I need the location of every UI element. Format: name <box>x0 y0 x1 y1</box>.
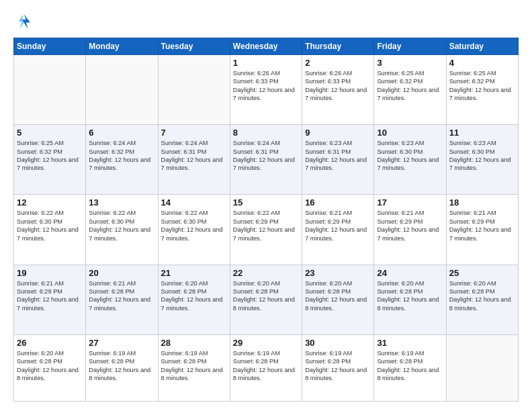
calendar-cell: 20Sunrise: 6:21 AM Sunset: 6:28 PM Dayli… <box>86 265 158 334</box>
day-number: 25 <box>449 268 515 278</box>
day-number: 22 <box>233 268 299 278</box>
day-detail: Sunrise: 6:19 AM Sunset: 6:28 PM Dayligh… <box>305 349 371 383</box>
calendar-cell: 23Sunrise: 6:20 AM Sunset: 6:28 PM Dayli… <box>302 265 374 334</box>
calendar-cell: 17Sunrise: 6:21 AM Sunset: 6:29 PM Dayli… <box>374 195 446 265</box>
day-detail: Sunrise: 6:24 AM Sunset: 6:31 PM Dayligh… <box>233 139 299 173</box>
calendar-cell: 9Sunrise: 6:23 AM Sunset: 6:31 PM Daylig… <box>302 125 374 195</box>
weekday-header: Wednesday <box>230 38 302 55</box>
day-number: 30 <box>305 338 371 348</box>
day-detail: Sunrise: 6:24 AM Sunset: 6:31 PM Dayligh… <box>161 139 227 173</box>
calendar-cell: 26Sunrise: 6:20 AM Sunset: 6:28 PM Dayli… <box>14 334 86 401</box>
day-detail: Sunrise: 6:20 AM Sunset: 6:28 PM Dayligh… <box>17 349 83 383</box>
calendar-cell <box>86 55 158 125</box>
day-detail: Sunrise: 6:22 AM Sunset: 6:30 PM Dayligh… <box>17 209 83 242</box>
day-detail: Sunrise: 6:26 AM Sunset: 6:33 PM Dayligh… <box>305 69 371 103</box>
day-number: 14 <box>161 197 227 208</box>
calendar-week-row: 19Sunrise: 6:21 AM Sunset: 6:29 PM Dayli… <box>14 265 519 334</box>
day-number: 10 <box>377 128 443 138</box>
day-detail: Sunrise: 6:19 AM Sunset: 6:28 PM Dayligh… <box>89 349 154 383</box>
svg-marker-1 <box>19 14 25 29</box>
calendar-table: SundayMondayTuesdayWednesdayThursdayFrid… <box>13 38 519 402</box>
day-detail: Sunrise: 6:23 AM Sunset: 6:30 PM Dayligh… <box>377 139 443 173</box>
calendar-week-row: 26Sunrise: 6:20 AM Sunset: 6:28 PM Dayli… <box>14 334 519 401</box>
day-number: 15 <box>233 197 299 208</box>
day-detail: Sunrise: 6:25 AM Sunset: 6:32 PM Dayligh… <box>17 139 83 173</box>
day-number: 31 <box>377 338 443 348</box>
day-number: 17 <box>377 197 443 208</box>
weekday-header: Monday <box>86 38 158 55</box>
day-number: 8 <box>233 128 299 138</box>
day-number: 23 <box>305 268 371 278</box>
calendar-cell: 31Sunrise: 6:19 AM Sunset: 6:28 PM Dayli… <box>374 334 446 401</box>
calendar-cell: 8Sunrise: 6:24 AM Sunset: 6:31 PM Daylig… <box>230 125 302 195</box>
weekday-header: Saturday <box>446 38 518 55</box>
day-detail: Sunrise: 6:21 AM Sunset: 6:29 PM Dayligh… <box>305 209 371 242</box>
day-detail: Sunrise: 6:20 AM Sunset: 6:28 PM Dayligh… <box>233 279 299 313</box>
day-number: 5 <box>17 128 83 138</box>
day-number: 7 <box>161 128 227 138</box>
calendar-cell: 29Sunrise: 6:19 AM Sunset: 6:28 PM Dayli… <box>230 334 302 401</box>
day-number: 2 <box>305 58 371 68</box>
calendar-cell: 30Sunrise: 6:19 AM Sunset: 6:28 PM Dayli… <box>302 334 374 401</box>
calendar-cell: 16Sunrise: 6:21 AM Sunset: 6:29 PM Dayli… <box>302 195 374 265</box>
day-detail: Sunrise: 6:21 AM Sunset: 6:29 PM Dayligh… <box>377 209 443 242</box>
calendar-cell: 15Sunrise: 6:22 AM Sunset: 6:29 PM Dayli… <box>230 195 302 265</box>
day-detail: Sunrise: 6:19 AM Sunset: 6:28 PM Dayligh… <box>377 349 443 383</box>
calendar-cell: 5Sunrise: 6:25 AM Sunset: 6:32 PM Daylig… <box>14 125 86 195</box>
day-number: 9 <box>305 128 371 138</box>
day-number: 3 <box>377 58 443 68</box>
calendar-cell: 12Sunrise: 6:22 AM Sunset: 6:30 PM Dayli… <box>14 195 86 265</box>
calendar-cell: 7Sunrise: 6:24 AM Sunset: 6:31 PM Daylig… <box>158 125 230 195</box>
day-number: 12 <box>17 197 83 208</box>
calendar-cell: 19Sunrise: 6:21 AM Sunset: 6:29 PM Dayli… <box>14 265 86 334</box>
day-number: 27 <box>89 338 154 348</box>
weekday-header: Tuesday <box>158 38 230 55</box>
calendar-cell: 11Sunrise: 6:23 AM Sunset: 6:30 PM Dayli… <box>446 125 518 195</box>
calendar-cell: 21Sunrise: 6:20 AM Sunset: 6:28 PM Dayli… <box>158 265 230 334</box>
calendar-cell: 3Sunrise: 6:25 AM Sunset: 6:32 PM Daylig… <box>374 55 446 125</box>
day-detail: Sunrise: 6:20 AM Sunset: 6:28 PM Dayligh… <box>449 279 515 313</box>
day-detail: Sunrise: 6:24 AM Sunset: 6:32 PM Dayligh… <box>89 139 154 173</box>
day-number: 20 <box>89 268 154 278</box>
weekday-header: Thursday <box>302 38 374 55</box>
day-detail: Sunrise: 6:21 AM Sunset: 6:29 PM Dayligh… <box>17 279 83 313</box>
calendar-cell: 22Sunrise: 6:20 AM Sunset: 6:28 PM Dayli… <box>230 265 302 334</box>
calendar-cell: 27Sunrise: 6:19 AM Sunset: 6:28 PM Dayli… <box>86 334 158 401</box>
day-detail: Sunrise: 6:26 AM Sunset: 6:33 PM Dayligh… <box>233 69 299 103</box>
day-number: 29 <box>233 338 299 348</box>
calendar-cell: 1Sunrise: 6:26 AM Sunset: 6:33 PM Daylig… <box>230 55 302 125</box>
day-detail: Sunrise: 6:25 AM Sunset: 6:32 PM Dayligh… <box>449 69 515 103</box>
calendar-cell: 10Sunrise: 6:23 AM Sunset: 6:30 PM Dayli… <box>374 125 446 195</box>
day-number: 16 <box>305 197 371 208</box>
calendar-cell <box>14 55 86 125</box>
day-detail: Sunrise: 6:21 AM Sunset: 6:28 PM Dayligh… <box>89 279 154 313</box>
page: SundayMondayTuesdayWednesdayThursdayFrid… <box>0 0 532 411</box>
day-detail: Sunrise: 6:25 AM Sunset: 6:32 PM Dayligh… <box>377 69 443 103</box>
day-detail: Sunrise: 6:20 AM Sunset: 6:28 PM Dayligh… <box>305 279 371 313</box>
logo-icon <box>13 12 32 31</box>
day-detail: Sunrise: 6:23 AM Sunset: 6:31 PM Dayligh… <box>305 139 371 173</box>
calendar-cell: 4Sunrise: 6:25 AM Sunset: 6:32 PM Daylig… <box>446 55 518 125</box>
calendar-cell: 6Sunrise: 6:24 AM Sunset: 6:32 PM Daylig… <box>86 125 158 195</box>
day-number: 1 <box>233 58 299 68</box>
day-detail: Sunrise: 6:19 AM Sunset: 6:28 PM Dayligh… <box>161 349 227 383</box>
calendar-header-row: SundayMondayTuesdayWednesdayThursdayFrid… <box>14 38 519 55</box>
day-detail: Sunrise: 6:20 AM Sunset: 6:28 PM Dayligh… <box>161 279 227 313</box>
calendar-cell: 14Sunrise: 6:22 AM Sunset: 6:30 PM Dayli… <box>158 195 230 265</box>
day-number: 24 <box>377 268 443 278</box>
day-number: 6 <box>89 128 154 138</box>
day-detail: Sunrise: 6:23 AM Sunset: 6:30 PM Dayligh… <box>449 139 515 173</box>
day-detail: Sunrise: 6:20 AM Sunset: 6:28 PM Dayligh… <box>377 279 443 313</box>
day-number: 26 <box>17 338 83 348</box>
day-detail: Sunrise: 6:22 AM Sunset: 6:29 PM Dayligh… <box>233 209 299 242</box>
calendar-week-row: 1Sunrise: 6:26 AM Sunset: 6:33 PM Daylig… <box>14 55 519 125</box>
header <box>13 12 519 31</box>
calendar-cell: 25Sunrise: 6:20 AM Sunset: 6:28 PM Dayli… <box>446 265 518 334</box>
day-number: 18 <box>449 197 515 208</box>
calendar-cell: 18Sunrise: 6:21 AM Sunset: 6:29 PM Dayli… <box>446 195 518 265</box>
logo <box>13 12 35 31</box>
day-number: 19 <box>17 268 83 278</box>
calendar-cell: 2Sunrise: 6:26 AM Sunset: 6:33 PM Daylig… <box>302 55 374 125</box>
calendar-week-row: 12Sunrise: 6:22 AM Sunset: 6:30 PM Dayli… <box>14 195 519 265</box>
day-detail: Sunrise: 6:21 AM Sunset: 6:29 PM Dayligh… <box>449 209 515 242</box>
